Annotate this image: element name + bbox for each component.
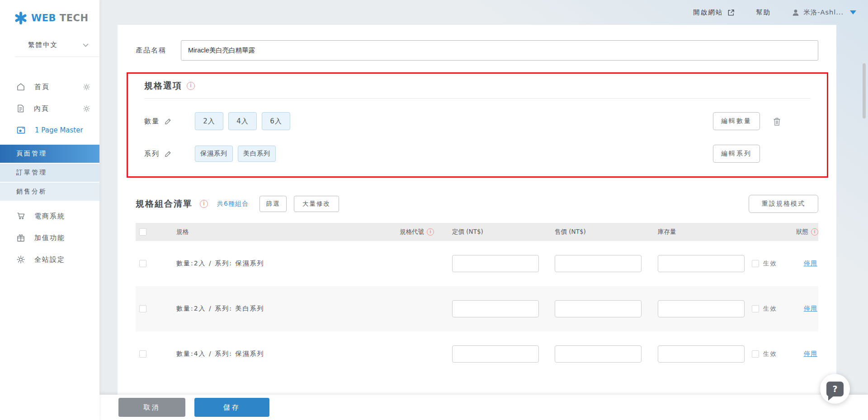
sale-price-input[interactable] xyxy=(555,255,642,272)
app-window: WEB TECH 繁體中文 首頁 xyxy=(0,0,868,420)
trash-icon[interactable] xyxy=(773,117,781,126)
language-label: 繁體中文 xyxy=(28,41,58,49)
sidebar-item-page-master[interactable]: 1 Page Master xyxy=(0,119,99,141)
pencil-icon[interactable] xyxy=(164,118,172,125)
spec-row-actions: 編輯系列 xyxy=(713,145,811,163)
info-icon[interactable]: i xyxy=(427,228,434,236)
column-header-code: 規格代號 i xyxy=(353,228,452,236)
row-checkbox[interactable] xyxy=(139,350,146,358)
question-bubble-icon: ? xyxy=(826,382,844,396)
help-fab-button[interactable]: ? xyxy=(820,374,850,404)
column-header-spec: 規格 xyxy=(176,228,353,236)
brand-logo: WEB TECH xyxy=(0,0,99,24)
product-name-input[interactable] xyxy=(181,40,818,61)
spec-option-name: 數量 xyxy=(144,117,195,126)
edit-quantity-button[interactable]: 編輯數量 xyxy=(713,112,760,130)
sale-price-input[interactable] xyxy=(555,300,642,317)
sidebar-item-label: 內頁 xyxy=(34,104,74,113)
brand-name: WEB TECH xyxy=(31,13,89,24)
active-checkbox[interactable] xyxy=(752,260,759,267)
cancel-button[interactable]: 取消 xyxy=(118,398,185,417)
sidebar-item-inner-pages[interactable]: 內頁 xyxy=(0,98,99,119)
sidebar-item-home[interactable]: 首頁 xyxy=(0,76,99,98)
spec-options-annotation-highlight: 規格選項 i 數量 2入 4入 6入 xyxy=(127,72,828,178)
column-header-status-label: 狀態 xyxy=(796,228,808,236)
row-spec-label: 數量:2入 / 系列: 美白系列 xyxy=(176,305,353,313)
sidebar-item-label: 全站設定 xyxy=(34,255,90,264)
user-icon xyxy=(792,9,800,17)
sidebar-item-sales-analytics[interactable]: 銷售分析 xyxy=(0,183,99,201)
chip-option[interactable]: 6入 xyxy=(262,112,290,130)
gear-icon[interactable] xyxy=(83,105,90,113)
sidebar-item-page-management[interactable]: 頁面管理 xyxy=(0,145,99,163)
sidebar-item-addons[interactable]: 加值功能 xyxy=(0,227,99,249)
sidebar-item-label: 訂單管理 xyxy=(16,169,47,177)
table-header-row: 規格 規格代號 i 定價 (NT$) 售價 (NT$) 庫存量 狀態 i xyxy=(136,223,818,241)
spec-option-name: 系列 xyxy=(144,150,195,158)
chip-option[interactable]: 4入 xyxy=(228,112,257,130)
spec-options-title: 規格選項 xyxy=(144,80,182,92)
info-icon[interactable]: i xyxy=(187,82,195,90)
pencil-icon[interactable] xyxy=(164,150,172,158)
sidebar-item-ecommerce[interactable]: 電商系統 xyxy=(0,205,99,227)
filter-button[interactable]: 篩選 xyxy=(259,196,287,212)
combo-count: 共6種組合 xyxy=(217,200,249,208)
open-site-button[interactable]: 開啟網站 xyxy=(693,8,735,17)
help-button[interactable]: 幫助 xyxy=(756,8,771,17)
row-status-cell: 生效 停用 xyxy=(752,260,818,268)
user-menu[interactable]: 米洛-Ashl... xyxy=(792,8,856,17)
chip-option[interactable]: 美白系列 xyxy=(238,146,276,162)
spec-option-name-label: 數量 xyxy=(144,117,160,126)
price-input[interactable] xyxy=(452,345,539,363)
sale-price-input[interactable] xyxy=(555,345,642,363)
gear-icon[interactable] xyxy=(83,83,90,91)
document-icon xyxy=(16,104,25,113)
disable-link[interactable]: 停用 xyxy=(804,260,817,268)
price-input[interactable] xyxy=(452,255,539,272)
bulk-edit-button[interactable]: 大量修改 xyxy=(294,196,339,212)
reset-spec-mode-button[interactable]: 重設規格模式 xyxy=(749,195,818,213)
language-selector[interactable]: 繁體中文 xyxy=(15,41,99,57)
select-all-checkbox[interactable] xyxy=(139,228,146,236)
row-checkbox[interactable] xyxy=(139,260,146,267)
sidebar-item-order-management[interactable]: 訂單管理 xyxy=(0,164,99,182)
open-site-label: 開啟網站 xyxy=(693,8,723,17)
row-checkbox[interactable] xyxy=(139,305,146,312)
save-button[interactable]: 儲存 xyxy=(194,398,269,417)
disable-link[interactable]: 停用 xyxy=(804,350,817,358)
sidebar-item-label: 首頁 xyxy=(34,83,74,91)
sidebar: WEB TECH 繁體中文 首頁 xyxy=(0,0,99,420)
stock-input[interactable] xyxy=(658,345,745,363)
combo-list-header: 規格組合清單 i 共6種組合 篩選 大量修改 重設規格模式 xyxy=(136,195,818,213)
spec-option-row-quantity: 數量 2入 4入 6入 編輯數量 xyxy=(144,111,811,131)
product-name-row: 產品名稱 xyxy=(136,40,818,61)
active-checkbox[interactable] xyxy=(752,350,759,358)
table-row: 數量:2入 / 系列: 保濕系列 生效 停用 xyxy=(136,241,818,286)
chip-option[interactable]: 2入 xyxy=(195,112,223,130)
stock-input[interactable] xyxy=(658,300,745,317)
disable-link[interactable]: 停用 xyxy=(804,305,817,313)
user-menu-caret-icon xyxy=(850,10,856,14)
stock-input[interactable] xyxy=(658,255,745,272)
asterisk-logo-icon xyxy=(14,12,27,24)
info-icon[interactable]: i xyxy=(200,200,208,208)
edit-series-button[interactable]: 編輯系列 xyxy=(713,145,760,163)
vertical-scrollbar-thumb[interactable] xyxy=(863,63,866,118)
table-row: 數量:4入 / 系列: 保濕系列 生效 停用 xyxy=(136,331,818,377)
sidebar-item-site-settings[interactable]: 全站設定 xyxy=(0,249,99,270)
price-input[interactable] xyxy=(452,300,539,317)
info-icon[interactable]: i xyxy=(811,228,818,236)
combo-list-title: 規格組合清單 xyxy=(136,198,193,210)
brand-name-primary: WEB xyxy=(31,13,56,24)
active-label: 生效 xyxy=(763,260,777,268)
chip-option[interactable]: 保濕系列 xyxy=(195,146,233,162)
column-header-status: 狀態 i xyxy=(752,228,818,236)
chevron-down-icon xyxy=(83,43,89,47)
column-header-stock: 庫存量 xyxy=(658,228,752,236)
column-header-sale-price: 售價 (NT$) xyxy=(555,228,658,236)
sidebar-nav: 首頁 內頁 xyxy=(0,76,99,270)
page-master-submenu: 頁面管理 訂單管理 銷售分析 xyxy=(0,145,99,201)
column-header-price: 定價 (NT$) xyxy=(452,228,555,236)
active-checkbox[interactable] xyxy=(752,305,759,312)
sidebar-item-label: 銷售分析 xyxy=(16,188,47,196)
